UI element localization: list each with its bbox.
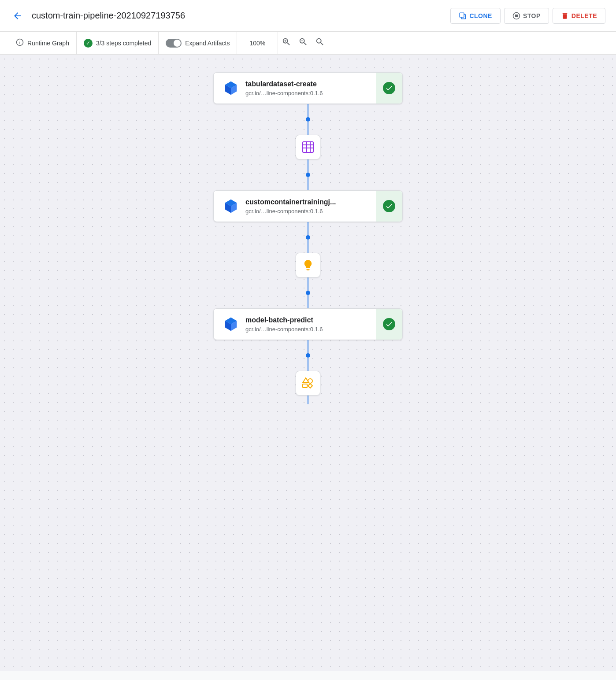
node-status-1 bbox=[376, 73, 402, 103]
line-6 bbox=[308, 395, 308, 404]
line-4b bbox=[308, 295, 308, 308]
connector-2 bbox=[306, 159, 310, 190]
svg-rect-6 bbox=[303, 142, 313, 152]
dot-1 bbox=[306, 117, 310, 122]
zoom-fit-icon bbox=[315, 37, 325, 47]
cube-icon-1 bbox=[223, 80, 239, 96]
runtime-graph-label: Runtime Graph bbox=[27, 40, 69, 47]
artifact-node-1[interactable] bbox=[296, 135, 320, 159]
dot-4 bbox=[306, 291, 310, 295]
node-main-content-3: model-batch-predict gcr.io/…line-compone… bbox=[214, 309, 376, 340]
svg-marker-14 bbox=[308, 384, 312, 388]
node-subtitle-2: gcr.io/…line-components:0.1.6 bbox=[245, 208, 367, 214]
toolbar: i Runtime Graph ✓ 3/3 steps completed Ex… bbox=[0, 32, 616, 55]
node-model-batch-predict[interactable]: model-batch-predict gcr.io/…line-compone… bbox=[213, 308, 403, 340]
zoom-fit-button[interactable] bbox=[312, 35, 328, 51]
expand-artifacts-item[interactable]: Expand Artifacts bbox=[159, 32, 237, 54]
clone-button[interactable]: CLONE bbox=[450, 8, 501, 24]
connector-4 bbox=[306, 277, 310, 308]
zoom-level-item: 100% bbox=[237, 32, 278, 54]
zoom-in-icon bbox=[282, 37, 291, 47]
lightbulb-artifact-icon bbox=[302, 259, 314, 271]
line-2b bbox=[308, 177, 308, 190]
node-status-2 bbox=[376, 191, 402, 222]
header-actions: CLONE STOP DELETE bbox=[450, 8, 605, 24]
node-text-content-3: model-batch-predict gcr.io/…line-compone… bbox=[245, 316, 367, 333]
zoom-out-icon bbox=[298, 37, 308, 47]
success-check-1 bbox=[383, 82, 395, 94]
svg-rect-1 bbox=[460, 13, 464, 17]
node-name-1: tabulardataset-create bbox=[245, 80, 367, 88]
toggle-knob bbox=[174, 40, 181, 47]
connector-5 bbox=[306, 340, 310, 371]
line-1a bbox=[308, 104, 308, 117]
svg-rect-3 bbox=[515, 15, 518, 17]
expand-artifacts-toggle[interactable] bbox=[166, 39, 182, 48]
artifact-node-3[interactable] bbox=[296, 371, 320, 395]
expand-artifacts-label: Expand Artifacts bbox=[185, 40, 230, 47]
success-check-2 bbox=[383, 200, 395, 212]
node-tabulardataset-create[interactable]: tabulardataset-create gcr.io/…line-compo… bbox=[213, 72, 403, 104]
line-1b bbox=[308, 122, 308, 135]
runtime-graph-item[interactable]: i Runtime Graph bbox=[9, 32, 77, 54]
line-2a bbox=[308, 159, 308, 173]
node-customcontainertraining[interactable]: customcontainertrainingj... gcr.io/…line… bbox=[213, 190, 403, 222]
connector-3 bbox=[306, 222, 310, 253]
back-button[interactable] bbox=[11, 9, 25, 23]
node-name-3: model-batch-predict bbox=[245, 316, 367, 324]
success-check-3 bbox=[383, 318, 395, 330]
stop-label: STOP bbox=[523, 12, 541, 19]
steps-completed-label: 3/3 steps completed bbox=[96, 40, 151, 47]
line-3b bbox=[308, 240, 308, 253]
node-main-content: tabulardataset-create gcr.io/…line-compo… bbox=[214, 73, 376, 103]
pipeline-flow: tabulardataset-create gcr.io/…line-compo… bbox=[0, 72, 616, 404]
line-5b bbox=[308, 358, 308, 371]
line-3a bbox=[308, 222, 308, 235]
delete-button[interactable]: DELETE bbox=[553, 8, 605, 24]
clone-label: CLONE bbox=[469, 12, 492, 19]
dot-2 bbox=[306, 173, 310, 177]
checkmark-icon-2 bbox=[385, 202, 393, 210]
pipeline-canvas: tabulardataset-create gcr.io/…line-compo… bbox=[0, 55, 616, 671]
dot-5 bbox=[306, 353, 310, 358]
node-text-content-2: customcontainertrainingj... gcr.io/…line… bbox=[245, 198, 367, 214]
clone-icon bbox=[459, 12, 467, 20]
stop-button[interactable]: STOP bbox=[504, 8, 549, 24]
svg-point-12 bbox=[308, 379, 312, 383]
header: custom-train-pipeline-20210927193756 CLO… bbox=[0, 0, 616, 32]
checkmark-icon-3 bbox=[385, 320, 393, 328]
node-text-content: tabulardataset-create gcr.io/…line-compo… bbox=[245, 80, 367, 96]
node-name-2: customcontainertrainingj... bbox=[245, 198, 367, 206]
line-5a bbox=[308, 340, 308, 353]
cube-icon-2 bbox=[223, 198, 239, 214]
connector-1 bbox=[306, 104, 310, 135]
info-icon: i bbox=[16, 38, 24, 48]
svg-rect-13 bbox=[303, 384, 307, 388]
zoom-percentage: 100% bbox=[244, 40, 271, 47]
dot-3 bbox=[306, 235, 310, 240]
toggle-switch[interactable] bbox=[166, 39, 182, 48]
connector-6 bbox=[308, 395, 308, 404]
cube-icon-3 bbox=[223, 316, 239, 333]
checkmark-icon-1 bbox=[385, 84, 393, 92]
node-subtitle-1: gcr.io/…line-components:0.1.6 bbox=[245, 90, 367, 96]
pipeline-title: custom-train-pipeline-20210927193756 bbox=[32, 11, 443, 21]
line-4a bbox=[308, 277, 308, 291]
svg-text:i: i bbox=[19, 40, 21, 44]
delete-icon bbox=[561, 12, 569, 20]
node-status-3 bbox=[376, 309, 402, 340]
steps-check-icon: ✓ bbox=[84, 39, 93, 48]
delete-label: DELETE bbox=[571, 12, 597, 19]
node-subtitle-3: gcr.io/…line-components:0.1.6 bbox=[245, 326, 367, 333]
steps-completed-item: ✓ 3/3 steps completed bbox=[77, 32, 159, 54]
stop-icon bbox=[512, 12, 520, 20]
node-main-content-2: customcontainertrainingj... gcr.io/…line… bbox=[214, 191, 376, 222]
zoom-in-button[interactable] bbox=[278, 35, 295, 51]
zoom-out-button[interactable] bbox=[295, 35, 312, 51]
shapes-artifact-icon bbox=[301, 377, 315, 390]
table-artifact-icon bbox=[301, 140, 315, 154]
artifact-node-2[interactable] bbox=[296, 253, 320, 277]
